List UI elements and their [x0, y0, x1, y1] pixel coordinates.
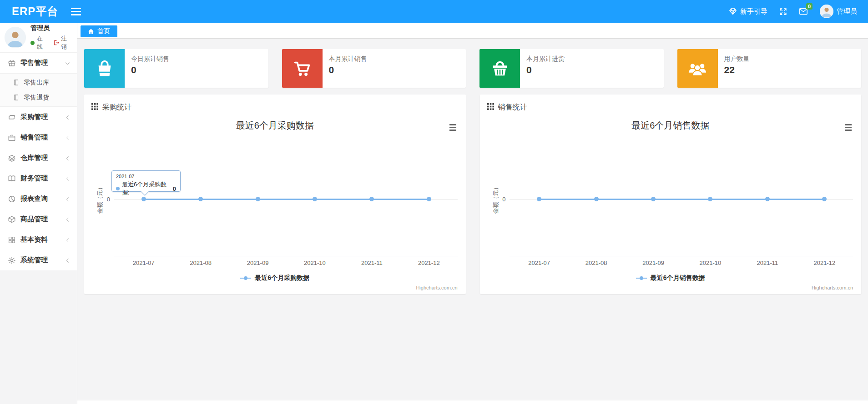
- chart-title: 最近6个月销售数据: [480, 120, 862, 132]
- home-icon: [88, 28, 94, 35]
- highcharts-credit-link[interactable]: Highcharts.com.cn: [812, 285, 853, 290]
- legend-item[interactable]: 最近6个月销售数据: [480, 274, 862, 282]
- x-tick-label: 2021-10: [304, 259, 326, 266]
- sidebar-item-2[interactable]: 采购管理: [0, 107, 77, 127]
- legend-label: 最近6个月采购数据: [255, 274, 309, 282]
- tab-home[interactable]: 首页: [81, 25, 117, 37]
- stat-card-label: 用户数量: [724, 55, 750, 63]
- sidebar-toggle-icon[interactable]: [71, 8, 81, 15]
- x-tick-label: 2021-10: [700, 259, 722, 266]
- chart-context-menu-button[interactable]: [448, 123, 458, 132]
- journal-icon: [13, 79, 20, 86]
- stat-cards-row: 今日累计销售0本月累计销售0本月累计进货0用户数量22: [84, 49, 861, 88]
- sidebar-item-6[interactable]: 报表查询: [0, 189, 77, 209]
- sidebar-item-3[interactable]: 销售管理: [0, 127, 77, 148]
- stat-card-value: 0: [131, 65, 169, 75]
- x-axis-line: [510, 256, 853, 256]
- x-axis-labels: 2021-072021-082021-092021-102021-112021-…: [115, 259, 458, 266]
- x-tick-label: 2021-12: [813, 259, 835, 266]
- data-point[interactable]: [256, 197, 260, 201]
- sidebar-item-7[interactable]: 商品管理: [0, 209, 77, 229]
- submenu-item-label: 零售出库: [24, 79, 49, 87]
- pie-chart-icon: [8, 195, 16, 203]
- gem-icon: [729, 7, 737, 15]
- sidebar-item-8[interactable]: 基本资料: [0, 229, 77, 250]
- package-icon: [8, 215, 16, 224]
- data-point[interactable]: [708, 197, 712, 201]
- sidebar-user-panel: 管理员 在线 注销: [0, 23, 77, 53]
- th-grid-icon: [91, 103, 98, 112]
- sales-stats-panel: 销售统计 最近6个月销售数据金额（元）02021-072021-082021-0…: [480, 95, 862, 294]
- tooltip-series-label: 最近6个月采购数据:: [122, 180, 171, 197]
- data-point[interactable]: [537, 197, 541, 201]
- sidebar-item-1[interactable]: 零售管理: [0, 53, 77, 73]
- user-name: 管理员: [837, 7, 857, 16]
- tooltip-row: 最近6个月采购数据: 0: [116, 180, 176, 197]
- series-marker-icon: [116, 187, 120, 190]
- stat-card-label: 今日累计销售: [131, 55, 169, 63]
- gift-icon: [8, 59, 16, 67]
- data-point[interactable]: [313, 197, 317, 201]
- submenu-item[interactable]: 零售出库: [0, 75, 77, 90]
- panel-title: 销售统计: [498, 103, 527, 112]
- sidebar: 管理员 在线 注销 零售管理零售出库零售退货采购管理销售管理仓库管理财务管理报表…: [0, 23, 77, 404]
- stat-card-body: 用户数量22: [718, 49, 756, 88]
- submenu-item[interactable]: 零售退货: [0, 90, 77, 105]
- chevron-left-icon: [65, 196, 71, 202]
- data-point[interactable]: [141, 197, 146, 201]
- stat-card-value: 0: [329, 65, 367, 75]
- guide-button[interactable]: 新手引导: [729, 7, 767, 16]
- sidebar-item-label: 报表查询: [20, 195, 65, 203]
- x-tick-label: 2021-12: [418, 259, 440, 266]
- series-points: [511, 197, 853, 201]
- footer-strip: [77, 400, 868, 404]
- sidebar-item-label: 仓库管理: [20, 154, 65, 162]
- logout-icon: [53, 40, 60, 46]
- legend-item[interactable]: 最近6个月采购数据: [84, 274, 466, 282]
- data-point[interactable]: [198, 197, 203, 201]
- sidebar-menu: 零售管理零售出库零售退货采购管理销售管理仓库管理财务管理报表查询商品管理基本资料…: [0, 53, 77, 270]
- x-tick-label: 2021-08: [190, 259, 212, 266]
- x-tick-label: 2021-09: [642, 259, 664, 266]
- highcharts-credit-link[interactable]: Highcharts.com.cn: [416, 285, 457, 290]
- sidebar-item-label: 系统管理: [20, 256, 65, 264]
- chart-context-menu-button[interactable]: [843, 123, 853, 132]
- user-menu[interactable]: 管理员: [820, 5, 857, 18]
- chevron-left-icon: [65, 155, 71, 161]
- stat-card: 本月累计进货0: [479, 49, 664, 88]
- data-point[interactable]: [651, 197, 656, 201]
- sidebar-item-5[interactable]: 财务管理: [0, 168, 77, 189]
- th-grid-icon: [487, 103, 494, 112]
- x-axis-labels: 2021-072021-082021-092021-102021-112021-…: [511, 259, 853, 266]
- data-point[interactable]: [427, 197, 431, 201]
- legend-label: 最近6个月销售数据: [651, 274, 705, 282]
- logout-button[interactable]: 注销: [53, 35, 72, 51]
- online-status-icon: [30, 41, 35, 45]
- open-book-icon: [8, 175, 16, 183]
- fullscreen-button[interactable]: [779, 8, 787, 15]
- stat-card: 本月累计销售0: [282, 49, 466, 88]
- app-brand[interactable]: ERP平台: [0, 4, 58, 19]
- chart-tooltip: 2021-07最近6个月采购数据: 0: [111, 170, 181, 192]
- messages-button[interactable]: 0: [799, 7, 808, 15]
- top-navbar: ERP平台 新手引导 0 管理员: [0, 0, 868, 23]
- sidebar-item-9[interactable]: 系统管理: [0, 250, 77, 270]
- basket-icon: [479, 49, 520, 88]
- stat-card-body: 今日累计销售0: [125, 49, 176, 88]
- layers-icon: [8, 154, 16, 162]
- tooltip-header: 2021-07: [116, 174, 176, 179]
- sidebar-item-4[interactable]: 仓库管理: [0, 148, 77, 168]
- chevron-left-icon: [65, 175, 71, 181]
- sidebar-item-label: 零售管理: [20, 59, 65, 67]
- data-point[interactable]: [765, 197, 770, 201]
- grid-icon: [8, 236, 16, 244]
- stat-card: 今日累计销售0: [84, 49, 268, 88]
- series-points: [115, 197, 458, 201]
- x-tick-label: 2021-07: [528, 259, 550, 266]
- data-point[interactable]: [369, 197, 374, 201]
- data-point[interactable]: [822, 197, 827, 201]
- x-tick-label: 2021-07: [133, 259, 155, 266]
- tab-bar: 首页: [77, 23, 868, 39]
- sidebar-item-label: 商品管理: [20, 215, 65, 224]
- data-point[interactable]: [594, 197, 599, 201]
